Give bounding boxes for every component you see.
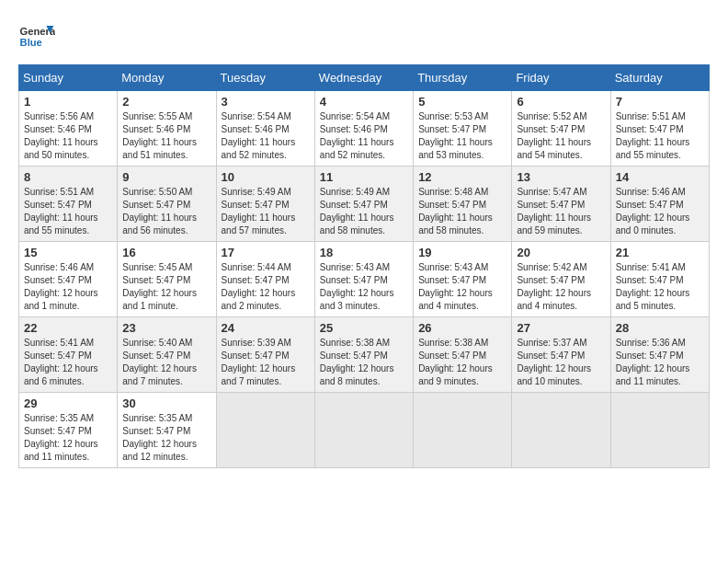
weekday-header-cell: Tuesday — [216, 65, 314, 91]
calendar-day-cell: 19Sunrise: 5:43 AM Sunset: 5:47 PM Dayli… — [414, 242, 512, 317]
day-info: Sunrise: 5:35 AM Sunset: 5:47 PM Dayligh… — [24, 412, 112, 464]
day-number: 15 — [24, 246, 112, 259]
calendar-day-cell: 15Sunrise: 5:46 AM Sunset: 5:47 PM Dayli… — [19, 242, 118, 317]
day-info: Sunrise: 5:38 AM Sunset: 5:47 PM Dayligh… — [320, 337, 408, 388]
calendar-day-cell: 13Sunrise: 5:47 AM Sunset: 5:47 PM Dayli… — [512, 167, 610, 242]
day-info: Sunrise: 5:37 AM Sunset: 5:47 PM Dayligh… — [517, 337, 605, 388]
calendar-day-cell: 1Sunrise: 5:56 AM Sunset: 5:46 PM Daylig… — [19, 91, 118, 167]
day-info: Sunrise: 5:51 AM Sunset: 5:47 PM Dayligh… — [616, 110, 704, 162]
day-info: Sunrise: 5:46 AM Sunset: 5:47 PM Dayligh… — [616, 186, 704, 237]
calendar-week-row: 8Sunrise: 5:51 AM Sunset: 5:47 PM Daylig… — [19, 167, 710, 242]
day-info: Sunrise: 5:44 AM Sunset: 5:47 PM Dayligh… — [222, 261, 310, 313]
calendar-day-cell: 12Sunrise: 5:48 AM Sunset: 5:47 PM Dayli… — [414, 167, 512, 242]
calendar-day-cell: 5Sunrise: 5:53 AM Sunset: 5:47 PM Daylig… — [414, 91, 512, 167]
weekday-header-cell: Sunday — [19, 65, 118, 91]
svg-text:Blue: Blue — [20, 37, 42, 48]
day-number: 8 — [24, 170, 112, 184]
day-number: 5 — [418, 95, 506, 109]
day-number: 30 — [122, 396, 210, 410]
weekday-header-cell: Saturday — [610, 65, 709, 91]
day-info: Sunrise: 5:51 AM Sunset: 5:47 PM Dayligh… — [24, 186, 112, 237]
calendar-day-cell: 2Sunrise: 5:55 AM Sunset: 5:46 PM Daylig… — [118, 91, 216, 167]
calendar-body: 1Sunrise: 5:56 AM Sunset: 5:46 PM Daylig… — [19, 91, 710, 468]
calendar-day-cell: 7Sunrise: 5:51 AM Sunset: 5:47 PM Daylig… — [610, 91, 709, 167]
calendar-day-cell: 20Sunrise: 5:42 AM Sunset: 5:47 PM Dayli… — [512, 242, 610, 317]
calendar-day-cell: 17Sunrise: 5:44 AM Sunset: 5:47 PM Dayli… — [216, 242, 314, 317]
day-info: Sunrise: 5:43 AM Sunset: 5:47 PM Dayligh… — [320, 261, 408, 313]
day-number: 29 — [24, 396, 112, 410]
day-number: 16 — [122, 246, 210, 259]
weekday-header-cell: Monday — [118, 65, 216, 91]
calendar-day-cell: 26Sunrise: 5:38 AM Sunset: 5:47 PM Dayli… — [414, 317, 512, 393]
day-info: Sunrise: 5:42 AM Sunset: 5:47 PM Dayligh… — [517, 261, 605, 313]
day-info: Sunrise: 5:41 AM Sunset: 5:47 PM Dayligh… — [24, 337, 112, 388]
calendar-day-cell: 28Sunrise: 5:36 AM Sunset: 5:47 PM Dayli… — [610, 317, 709, 393]
day-number: 2 — [122, 95, 210, 109]
calendar-day-cell: 22Sunrise: 5:41 AM Sunset: 5:47 PM Dayli… — [19, 317, 118, 393]
day-info: Sunrise: 5:55 AM Sunset: 5:46 PM Dayligh… — [122, 110, 210, 162]
logo: General Blue — [18, 18, 59, 55]
calendar-day-cell: 10Sunrise: 5:49 AM Sunset: 5:47 PM Dayli… — [216, 167, 314, 242]
day-number: 22 — [24, 321, 112, 335]
calendar-day-cell: 27Sunrise: 5:37 AM Sunset: 5:47 PM Dayli… — [512, 317, 610, 393]
day-info: Sunrise: 5:50 AM Sunset: 5:47 PM Dayligh… — [122, 186, 210, 237]
day-info: Sunrise: 5:41 AM Sunset: 5:47 PM Dayligh… — [616, 261, 704, 313]
logo-icon: General Blue — [18, 18, 55, 55]
day-number: 24 — [222, 321, 310, 335]
calendar-day-cell — [512, 393, 610, 468]
day-number: 17 — [222, 246, 310, 259]
day-number: 14 — [616, 170, 704, 184]
weekday-header-cell: Friday — [512, 65, 610, 91]
calendar-day-cell: 4Sunrise: 5:54 AM Sunset: 5:46 PM Daylig… — [314, 91, 413, 167]
day-number: 18 — [320, 246, 408, 259]
calendar-day-cell: 24Sunrise: 5:39 AM Sunset: 5:47 PM Dayli… — [216, 317, 314, 393]
day-info: Sunrise: 5:35 AM Sunset: 5:47 PM Dayligh… — [122, 412, 210, 464]
calendar-day-cell: 30Sunrise: 5:35 AM Sunset: 5:47 PM Dayli… — [118, 393, 216, 468]
day-info: Sunrise: 5:54 AM Sunset: 5:46 PM Dayligh… — [222, 110, 310, 162]
day-info: Sunrise: 5:54 AM Sunset: 5:46 PM Dayligh… — [320, 110, 408, 162]
day-number: 19 — [418, 246, 506, 259]
day-info: Sunrise: 5:53 AM Sunset: 5:47 PM Dayligh… — [418, 110, 506, 162]
calendar-day-cell: 8Sunrise: 5:51 AM Sunset: 5:47 PM Daylig… — [19, 167, 118, 242]
day-number: 11 — [320, 170, 408, 184]
day-number: 23 — [122, 321, 210, 335]
page-header: General Blue — [18, 18, 710, 55]
weekday-header-cell: Thursday — [414, 65, 512, 91]
day-info: Sunrise: 5:43 AM Sunset: 5:47 PM Dayligh… — [418, 261, 506, 313]
day-number: 12 — [418, 170, 506, 184]
day-info: Sunrise: 5:49 AM Sunset: 5:47 PM Dayligh… — [320, 186, 408, 237]
calendar-day-cell — [610, 393, 709, 468]
calendar-day-cell: 6Sunrise: 5:52 AM Sunset: 5:47 PM Daylig… — [512, 91, 610, 167]
day-number: 1 — [24, 95, 112, 109]
calendar-day-cell — [216, 393, 314, 468]
calendar-week-row: 1Sunrise: 5:56 AM Sunset: 5:46 PM Daylig… — [19, 91, 710, 167]
weekday-header-row: SundayMondayTuesdayWednesdayThursdayFrid… — [19, 65, 710, 91]
day-number: 4 — [320, 95, 408, 109]
day-info: Sunrise: 5:38 AM Sunset: 5:47 PM Dayligh… — [418, 337, 506, 388]
day-number: 28 — [616, 321, 704, 335]
day-number: 21 — [616, 246, 704, 259]
day-info: Sunrise: 5:49 AM Sunset: 5:47 PM Dayligh… — [222, 186, 310, 237]
calendar-day-cell: 16Sunrise: 5:45 AM Sunset: 5:47 PM Dayli… — [118, 242, 216, 317]
calendar-day-cell: 29Sunrise: 5:35 AM Sunset: 5:47 PM Dayli… — [19, 393, 118, 468]
day-number: 7 — [616, 95, 704, 109]
day-number: 9 — [122, 170, 210, 184]
calendar-day-cell: 3Sunrise: 5:54 AM Sunset: 5:46 PM Daylig… — [216, 91, 314, 167]
day-info: Sunrise: 5:47 AM Sunset: 5:47 PM Dayligh… — [517, 186, 605, 237]
day-number: 25 — [320, 321, 408, 335]
calendar-day-cell: 11Sunrise: 5:49 AM Sunset: 5:47 PM Dayli… — [314, 167, 413, 242]
day-info: Sunrise: 5:56 AM Sunset: 5:46 PM Dayligh… — [24, 110, 112, 162]
calendar-table: SundayMondayTuesdayWednesdayThursdayFrid… — [18, 64, 710, 468]
calendar-week-row: 22Sunrise: 5:41 AM Sunset: 5:47 PM Dayli… — [19, 317, 710, 393]
day-info: Sunrise: 5:39 AM Sunset: 5:47 PM Dayligh… — [222, 337, 310, 388]
calendar-day-cell: 25Sunrise: 5:38 AM Sunset: 5:47 PM Dayli… — [314, 317, 413, 393]
day-number: 10 — [222, 170, 310, 184]
calendar-week-row: 15Sunrise: 5:46 AM Sunset: 5:47 PM Dayli… — [19, 242, 710, 317]
day-number: 20 — [517, 246, 605, 259]
day-number: 3 — [222, 95, 310, 109]
weekday-header-cell: Wednesday — [314, 65, 413, 91]
day-number: 26 — [418, 321, 506, 335]
day-info: Sunrise: 5:45 AM Sunset: 5:47 PM Dayligh… — [122, 261, 210, 313]
day-number: 13 — [517, 170, 605, 184]
calendar-day-cell: 21Sunrise: 5:41 AM Sunset: 5:47 PM Dayli… — [610, 242, 709, 317]
